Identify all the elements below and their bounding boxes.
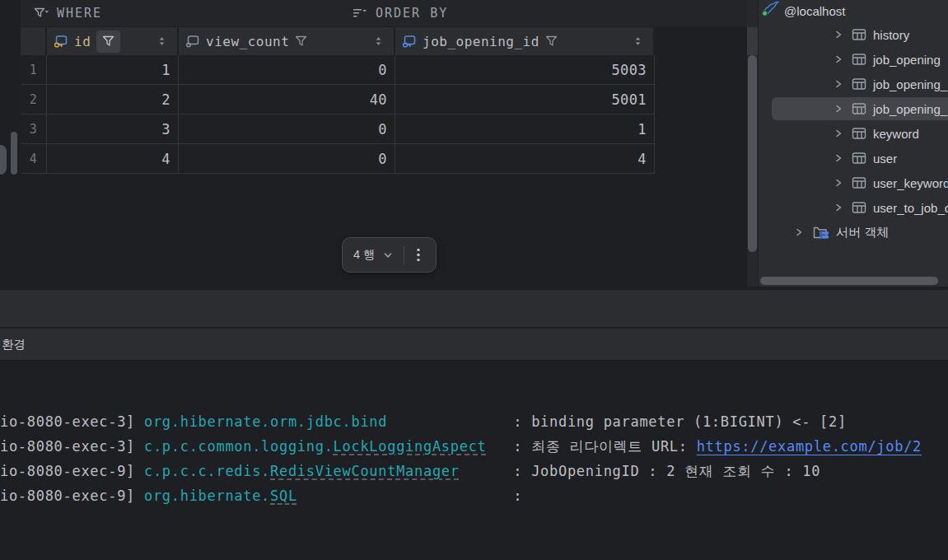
column-header-job_opening_id[interactable]: job_opening_id xyxy=(395,27,655,55)
bottom-panel: 환경 io-8080-exec-3] org.hibernate.orm.jdb… xyxy=(0,288,948,560)
sort-lines-caret-icon xyxy=(353,7,368,19)
column-filter-button[interactable] xyxy=(295,35,307,47)
cell-job_opening_id[interactable]: 4 xyxy=(395,144,655,173)
table-row: 4404 xyxy=(21,144,655,174)
tree-item-job-opening-[interactable]: job_opening_ xyxy=(759,96,948,121)
cell-view_count[interactable]: 0 xyxy=(179,144,395,173)
tree-row: user xyxy=(759,146,948,170)
where-label: WHERE xyxy=(57,6,102,21)
chevron-right-icon[interactable] xyxy=(834,153,843,163)
chevron-down-icon[interactable] xyxy=(383,250,393,260)
column-filter-button[interactable] xyxy=(545,35,558,47)
column-name: view_count xyxy=(206,34,289,49)
tree-item-label: 서버 객체 xyxy=(836,220,889,245)
chevron-right-icon[interactable] xyxy=(794,227,804,237)
tree-item-history[interactable]: history xyxy=(759,22,948,47)
console-class-link[interactable]: RedisViewCountManager xyxy=(270,463,460,479)
database-tree-panel: @localhost historyjob_openingjob_opening… xyxy=(759,0,948,287)
tree-horizontal-scrollbar[interactable] xyxy=(760,277,938,285)
table-icon xyxy=(852,127,866,140)
row-number[interactable]: 3 xyxy=(21,114,47,143)
grid-header-row: idview_countjob_opening_id xyxy=(21,27,655,55)
chevron-right-icon[interactable] xyxy=(834,30,843,40)
console-text: io-8080-exec-9] xyxy=(0,463,144,479)
console-log-line: io-8080-exec-3] org.hibernate.orm.jdbc.b… xyxy=(0,409,948,434)
row-count-select[interactable]: 4 행 xyxy=(353,247,376,263)
tree-root-localhost[interactable]: @localhost xyxy=(759,0,948,22)
tree-item-label: job_opening_ xyxy=(873,72,947,96)
console-text: : xyxy=(297,488,531,504)
row-number[interactable]: 4 xyxy=(21,144,47,173)
tree-row: job_opening xyxy=(759,47,948,72)
column-header-id[interactable]: id xyxy=(47,27,179,55)
tree-item-job-opening-[interactable]: job_opening_ xyxy=(759,72,948,96)
column-header-view_count[interactable]: view_count xyxy=(179,27,395,55)
console-logger-name: org.hibernate. xyxy=(144,488,270,504)
order-by-label: ORDER BY xyxy=(376,6,448,21)
row-number[interactable]: 1 xyxy=(21,55,47,84)
console-output: io-8080-exec-3] org.hibernate.orm.jdbc.b… xyxy=(0,409,948,508)
console-logger-name: c.p.c.c.redis. xyxy=(144,463,270,479)
cell-job_opening_id[interactable]: 5003 xyxy=(395,55,655,84)
tree-item-label: user xyxy=(873,146,897,170)
panel-drag-handle[interactable] xyxy=(0,145,7,175)
mysql-connection-icon xyxy=(761,0,781,21)
cell-id[interactable]: 1 xyxy=(47,55,179,84)
cell-view_count[interactable]: 0 xyxy=(179,114,395,143)
console-log-line: io-8080-exec-9] c.p.c.c.redis.RedisViewC… xyxy=(0,459,948,483)
console-text: io-8080-exec-3] xyxy=(0,438,144,455)
chevron-right-icon[interactable] xyxy=(834,178,843,188)
chevron-right-icon[interactable] xyxy=(834,104,843,114)
run-tab-strip: 환경 xyxy=(0,329,948,361)
column-sort-control[interactable] xyxy=(158,35,170,47)
tree-item-keyword[interactable]: keyword xyxy=(759,121,948,146)
console-class-link[interactable]: SQL xyxy=(270,488,297,504)
tree-item-job-opening[interactable]: job_opening xyxy=(759,47,948,72)
kebab-menu-button[interactable] xyxy=(412,246,425,264)
console-logger-name: c.p.c.common.logging. xyxy=(144,438,334,455)
cell-job_opening_id[interactable]: 1 xyxy=(395,114,655,143)
tree-row: user_to_job_o xyxy=(759,195,948,220)
column-sort-control[interactable] xyxy=(375,35,387,47)
row-number[interactable]: 2 xyxy=(21,85,47,114)
table-icon xyxy=(852,152,866,165)
tree-row: 서버 객체 xyxy=(759,220,948,245)
table-row: 1105003 xyxy=(21,55,655,85)
tree-item-user[interactable]: user xyxy=(759,146,948,170)
column-type-foreign-key-icon xyxy=(402,35,417,49)
table-icon xyxy=(852,77,866,91)
tree-item-server-objects[interactable]: 서버 객체 xyxy=(759,220,948,245)
console-text: : 최종 리다이렉트 URL: xyxy=(487,438,697,455)
column-type-plain-icon xyxy=(185,35,200,49)
chevron-right-icon[interactable] xyxy=(834,54,843,64)
console-url-link[interactable]: https://example.com/job/2 xyxy=(697,438,922,455)
chevron-right-icon[interactable] xyxy=(834,203,843,212)
tree-item-user-to-job-o[interactable]: user_to_job_o xyxy=(759,195,948,220)
tree-item-label: job_opening xyxy=(873,47,941,72)
left-vertical-scrollbar[interactable] xyxy=(11,132,17,175)
column-type-primary-key-icon xyxy=(54,35,68,49)
table-icon xyxy=(852,28,866,41)
chevron-right-icon[interactable] xyxy=(834,79,843,89)
filter-funnel-caret-icon xyxy=(34,7,49,19)
console-class-link[interactable]: LockLoggingAspect xyxy=(334,438,487,455)
tree-item-user-keyword[interactable]: user_keyword xyxy=(759,170,948,195)
cell-id[interactable]: 3 xyxy=(47,114,179,143)
cell-view_count[interactable]: 0 xyxy=(179,55,395,84)
table-row: 22405001 xyxy=(21,85,655,114)
grid-vertical-scrollbar[interactable] xyxy=(747,0,758,287)
cell-view_count[interactable]: 40 xyxy=(179,85,395,114)
cell-job_opening_id[interactable]: 5001 xyxy=(395,85,655,114)
table-icon xyxy=(852,201,866,214)
scrollbar-thumb[interactable] xyxy=(748,55,757,252)
cell-id[interactable]: 4 xyxy=(47,144,179,173)
table-icon xyxy=(852,176,866,189)
tab-environment[interactable]: 환경 xyxy=(2,329,26,360)
where-clause-field[interactable]: WHERE xyxy=(26,0,110,26)
cell-id[interactable]: 2 xyxy=(47,85,179,114)
order-by-field[interactable]: ORDER BY xyxy=(344,0,456,26)
column-sort-control[interactable] xyxy=(634,35,647,47)
console-logger-name: org.hibernate.orm.jdbc.bind xyxy=(144,413,387,430)
column-filter-button[interactable] xyxy=(96,30,120,53)
chevron-right-icon[interactable] xyxy=(834,128,843,138)
